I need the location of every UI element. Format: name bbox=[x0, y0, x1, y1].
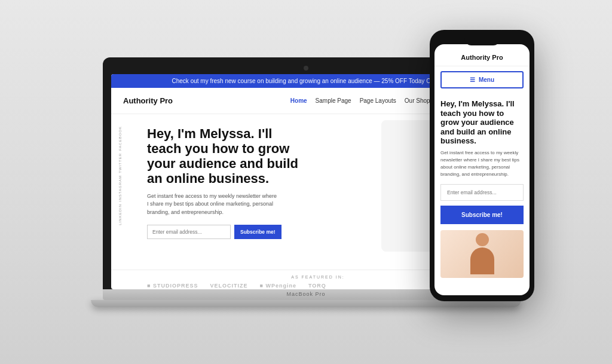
featured-logo-torq: TORQ bbox=[308, 283, 326, 289]
person-silhouette bbox=[467, 233, 497, 275]
hamburger-icon: ☰ bbox=[470, 77, 475, 83]
featured-logo-velocitize: VELOCITIZE bbox=[210, 283, 247, 289]
hero-subscribe-button[interactable]: Subscribe me! bbox=[234, 225, 281, 239]
social-twitter[interactable]: TWITTER bbox=[118, 153, 122, 173]
phone-person-image bbox=[440, 230, 524, 278]
social-links: FACEBOOK TWITTER INSTAGRAM LINKEDIN bbox=[118, 126, 122, 226]
scene: Check out my fresh new course on buildin… bbox=[0, 0, 612, 364]
hero-title: Hey, I'm Melyssa. I'll teach you how to … bbox=[147, 126, 302, 186]
phone-site-header: Authority Pro bbox=[434, 44, 530, 66]
menu-label: Menu bbox=[479, 77, 494, 83]
nav-link-shop[interactable]: Our Shop bbox=[405, 97, 430, 104]
phone-menu-button[interactable]: ☰ Menu bbox=[440, 71, 524, 88]
social-instagram[interactable]: INSTAGRAM bbox=[118, 175, 122, 201]
phone-screen: Authority Pro ☰ Menu Hey, I'm Melyssa. I… bbox=[434, 44, 530, 295]
banner-text: Check out my fresh new course on buildin… bbox=[172, 78, 440, 84]
featured-logo-wpengine: ■ WPengine bbox=[259, 283, 296, 289]
person-head bbox=[476, 233, 489, 246]
phone-notch bbox=[464, 36, 500, 45]
phone-site-logo: Authority Pro bbox=[440, 54, 524, 61]
nav-link-sample[interactable]: Sample Page bbox=[316, 97, 351, 104]
featured-logo-studiopress: ■ STUDIOPRESS bbox=[147, 283, 198, 289]
phone-hero-title: Hey, I'm Melyssa. I'll teach you how to … bbox=[434, 93, 530, 149]
phone: Authority Pro ☰ Menu Hey, I'm Melyssa. I… bbox=[430, 30, 534, 301]
phone-subscribe-button[interactable]: Subscribe me! bbox=[440, 206, 524, 224]
nav-link-layouts[interactable]: Page Layouts bbox=[360, 97, 396, 104]
hero-content: Hey, I'm Melyssa. I'll teach you how to … bbox=[147, 126, 302, 264]
social-facebook[interactable]: FACEBOOK bbox=[118, 126, 122, 151]
person-body bbox=[470, 247, 494, 274]
hero-email-input[interactable] bbox=[147, 225, 231, 239]
hero-form: Subscribe me! bbox=[147, 225, 302, 239]
phone-email-input[interactable] bbox=[440, 184, 524, 201]
phone-outer: Authority Pro ☰ Menu Hey, I'm Melyssa. I… bbox=[430, 30, 534, 301]
phone-hero-desc: Get instant free access to my weekly new… bbox=[434, 149, 530, 184]
hero-description: Get instant free access to my weekly new… bbox=[147, 192, 279, 217]
site-logo: Authority Pro bbox=[123, 96, 173, 105]
social-linkedin[interactable]: LINKEDIN bbox=[118, 204, 122, 225]
laptop-camera bbox=[304, 66, 308, 71]
nav-link-home[interactable]: Home bbox=[290, 97, 307, 104]
